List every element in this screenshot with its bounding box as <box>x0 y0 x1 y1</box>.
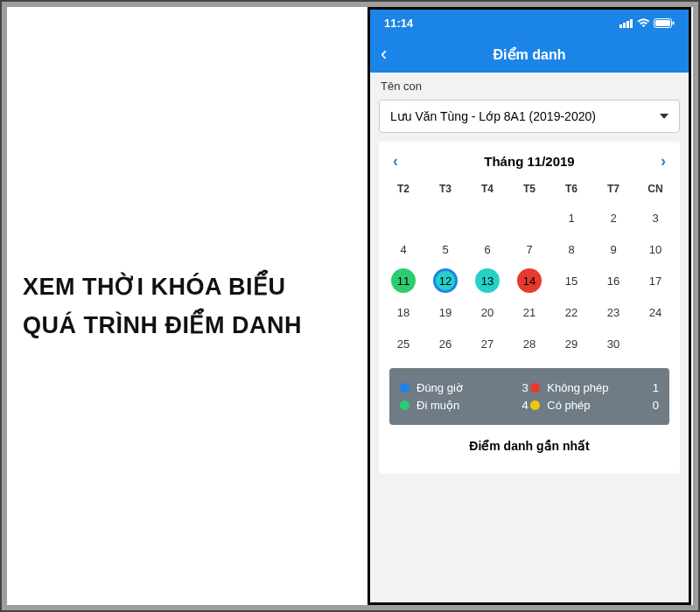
calendar-day[interactable]: 17 <box>634 265 676 296</box>
calendar-day[interactable]: 6 <box>466 233 508 265</box>
calendar-card: ‹ Tháng 11/2019 › T2T3T4T5T6T7CN 1234567… <box>379 142 680 474</box>
calendar-day[interactable]: 5 <box>424 233 466 265</box>
battery-icon <box>654 18 675 28</box>
recent-attendance-title: Điểm danh gần nhất <box>382 425 676 467</box>
legend-item-excused: Có phép <box>530 399 635 412</box>
legend-label: Có phép <box>547 399 590 412</box>
svg-rect-2 <box>626 21 629 28</box>
next-month-button[interactable]: › <box>661 152 666 170</box>
legend-count: 4 <box>508 399 528 412</box>
calendar-day[interactable]: 27 <box>466 328 508 359</box>
calendar-day[interactable]: 10 <box>634 233 676 265</box>
status-time: 11:14 <box>384 17 413 30</box>
calendar-day[interactable]: 22 <box>550 296 592 328</box>
calendar-day[interactable]: 21 <box>508 296 550 328</box>
legend-dot <box>530 383 540 393</box>
weekday-cell: T3 <box>424 183 466 195</box>
svg-rect-5 <box>655 20 670 26</box>
calendar-empty-cell <box>424 202 466 233</box>
calendar-day[interactable]: 1 <box>550 202 592 233</box>
status-icons <box>620 18 675 28</box>
calendar-day[interactable]: 24 <box>634 296 676 328</box>
svg-rect-1 <box>623 23 626 28</box>
legend-label: Không phép <box>547 381 608 394</box>
legend-count: 0 <box>638 399 659 412</box>
calendar-grid: 1234567891011121314151617181920212223242… <box>382 202 676 359</box>
calendar-empty-cell <box>508 202 550 233</box>
calendar-day[interactable]: 18 <box>382 296 424 328</box>
svg-rect-3 <box>630 19 633 28</box>
calendar-day[interactable]: 23 <box>592 296 634 328</box>
month-title: Tháng 11/2019 <box>484 154 574 169</box>
weekday-header: T2T3T4T5T6T7CN <box>382 179 676 202</box>
weekday-cell: T2 <box>382 183 424 195</box>
calendar-day[interactable]: 30 <box>592 328 634 359</box>
legend-count: 1 <box>638 381 659 394</box>
caption-line-2: QUÁ TRÌNH ĐIỂM DANH <box>23 311 368 339</box>
calendar-day[interactable]: 7 <box>508 233 550 265</box>
weekday-cell: T5 <box>508 183 550 195</box>
weekday-cell: T4 <box>466 183 508 195</box>
legend-dot <box>400 383 410 393</box>
calendar-day[interactable]: 20 <box>466 296 508 328</box>
legend-dot <box>400 400 410 410</box>
legend-item-noexcuse: Không phép <box>530 381 635 394</box>
chevron-down-icon <box>660 114 668 119</box>
calendar-day[interactable]: 14 <box>508 265 550 296</box>
legend-box: Đúng giờ 3 Không phép 1 <box>389 368 669 425</box>
calendar-day[interactable]: 12 <box>424 265 466 296</box>
wifi-icon <box>637 18 650 28</box>
back-icon[interactable]: ‹ <box>381 43 387 66</box>
caption-line-1: XEM THỜI KHÓA BIỂU <box>23 273 368 301</box>
calendar-day[interactable]: 11 <box>382 265 424 296</box>
legend-dot <box>530 400 540 410</box>
calendar-day[interactable]: 16 <box>592 265 634 296</box>
nav-title: Điểm danh <box>494 46 566 63</box>
calendar-day[interactable]: 19 <box>424 296 466 328</box>
calendar-day[interactable]: 3 <box>634 202 676 233</box>
status-bar: 11:14 <box>370 10 689 36</box>
calendar-day[interactable]: 2 <box>592 202 634 233</box>
legend-label: Đúng giờ <box>416 381 463 394</box>
calendar-day[interactable]: 29 <box>550 328 592 359</box>
left-caption-panel: XEM THỜI KHÓA BIỂU QUÁ TRÌNH ĐIỂM DANH <box>7 7 368 605</box>
calendar-day[interactable]: 15 <box>550 265 592 296</box>
svg-rect-0 <box>620 24 622 28</box>
calendar-day[interactable]: 8 <box>550 233 592 265</box>
calendar-day[interactable]: 13 <box>466 265 508 296</box>
signal-icon <box>620 18 634 28</box>
legend-label: Đi muộn <box>416 399 459 412</box>
weekday-cell: CN <box>634 183 676 195</box>
student-selected-value: Lưu Văn Tùng - Lớp 8A1 (2019-2020) <box>390 109 596 123</box>
nav-bar: ‹ Điểm danh <box>370 36 689 73</box>
weekday-cell: T7 <box>592 183 634 195</box>
weekday-cell: T6 <box>550 183 592 195</box>
student-select[interactable]: Lưu Văn Tùng - Lớp 8A1 (2019-2020) <box>379 100 680 133</box>
calendar-empty-cell <box>466 202 508 233</box>
prev-month-button[interactable]: ‹ <box>393 152 398 170</box>
svg-rect-6 <box>673 21 675 24</box>
legend-item-late: Đi muộn <box>400 399 505 412</box>
calendar-day[interactable]: 25 <box>382 328 424 359</box>
month-switcher: ‹ Tháng 11/2019 › <box>382 149 676 179</box>
calendar-day[interactable]: 4 <box>382 233 424 265</box>
legend-count: 3 <box>508 381 528 394</box>
calendar-empty-cell <box>382 202 424 233</box>
phone-frame: 11:14 ‹ Điểm danh Tên con Lưu Văn Tùng -… <box>368 7 691 605</box>
calendar-day[interactable]: 28 <box>508 328 550 359</box>
content-area: Tên con Lưu Văn Tùng - Lớp 8A1 (2019-202… <box>370 73 689 602</box>
student-label: Tên con <box>370 73 689 96</box>
calendar-day[interactable]: 26 <box>424 328 466 359</box>
calendar-day[interactable]: 9 <box>592 233 634 265</box>
legend-item-ontime: Đúng giờ <box>400 381 505 394</box>
